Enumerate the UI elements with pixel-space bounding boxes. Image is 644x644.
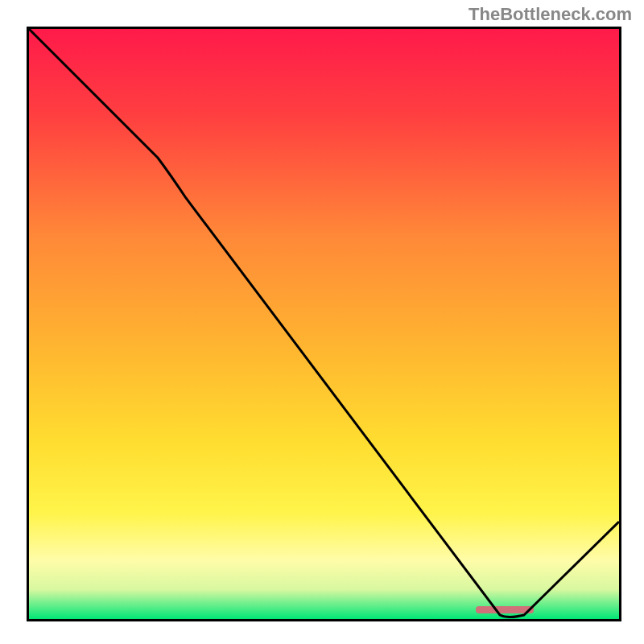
chart-svg bbox=[29, 29, 619, 619]
highlight-marker bbox=[476, 606, 534, 613]
chart-container: TheBottleneck.com bbox=[0, 0, 644, 644]
watermark-text: TheBottleneck.com bbox=[469, 4, 632, 25]
plot-area bbox=[27, 27, 621, 621]
